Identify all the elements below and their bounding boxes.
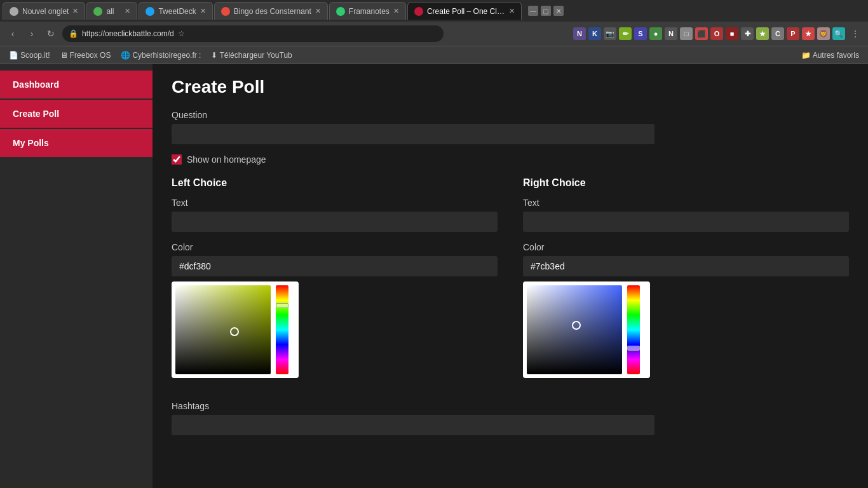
extension-icon-12[interactable]: ✚: [741, 27, 754, 40]
extension-icon-4[interactable]: ✏: [619, 27, 632, 40]
tab-5-icon: [336, 7, 345, 16]
tab-4-close[interactable]: ✕: [315, 7, 321, 15]
bookmark-others-icon: 📁: [801, 51, 811, 60]
sidebar-item-my-polls[interactable]: My Polls: [0, 129, 153, 157]
tab-2[interactable]: all ✕: [86, 2, 137, 20]
bookmark-others[interactable]: 📁 Autres favoris: [797, 50, 863, 61]
address-text: https://oneclickbattle.com/d: [82, 29, 174, 38]
sidebar-item-dashboard[interactable]: Dashboard: [0, 71, 153, 98]
address-bar[interactable]: 🔒 https://oneclickbattle.com/d ☆: [62, 25, 444, 42]
minimize-button[interactable]: —: [528, 6, 538, 16]
extension-icon-7[interactable]: N: [665, 27, 677, 40]
browser-chrome: Nouvel onglet ✕ all ✕ TweetDeck ✕ Bingo …: [0, 0, 868, 64]
right-gradient-thumb[interactable]: [572, 321, 581, 330]
bookmark-youtube[interactable]: ⬇ Téléchargeur YouTub: [207, 50, 295, 61]
bookmark-cyber-icon: 🌐: [121, 51, 130, 60]
left-color-input[interactable]: [172, 256, 498, 276]
tab-2-icon: [93, 7, 102, 16]
tab-3[interactable]: TweetDeck ✕: [139, 2, 212, 20]
right-choice-column: Right Choice Text Color: [523, 177, 849, 388]
extension-icon-16[interactable]: ★: [802, 27, 815, 40]
extension-icon-3[interactable]: 📷: [604, 27, 616, 40]
right-color-input[interactable]: [523, 256, 849, 276]
right-gradient-canvas[interactable]: [527, 285, 622, 374]
question-label: Question: [172, 110, 849, 120]
extension-icon-9[interactable]: ⬛: [695, 27, 708, 40]
window-controls: — ▢ ✕: [528, 6, 564, 16]
left-choice-column: Left Choice Text Color: [172, 177, 498, 388]
browser-icons: N K 📷 ✏ S ● N □ ⬛ O ■ ✚ ★ C P ★ 🦁 🔍 ⋮: [573, 26, 863, 41]
tab-5[interactable]: Framanotes ✕: [329, 2, 406, 20]
tab-6-title: Create Poll – One Click: [427, 7, 505, 16]
tab-1-close[interactable]: ✕: [72, 7, 78, 15]
left-text-section: Text: [172, 198, 498, 232]
choices-row: Left Choice Text Color: [172, 177, 849, 388]
hashtags-label: Hashtags: [172, 401, 849, 411]
left-color-label: Color: [172, 242, 498, 252]
question-section: Question: [172, 110, 849, 144]
bookmark-freebox-icon: 🖥: [60, 51, 68, 60]
menu-button[interactable]: ⋮: [848, 26, 863, 41]
bookmark-freebox-label: Freebox OS: [70, 51, 111, 60]
right-color-picker: [523, 281, 650, 378]
sidebar-item-create-poll[interactable]: Create Poll: [0, 100, 153, 128]
right-hue-slider[interactable]: [627, 285, 640, 374]
left-text-input[interactable]: [172, 212, 498, 232]
left-color-section: Color: [172, 242, 498, 378]
right-hue-thumb[interactable]: [627, 346, 640, 351]
sidebar-item-dashboard-label: Dashboard: [13, 79, 59, 90]
left-gradient-thumb[interactable]: [230, 327, 239, 336]
close-window-button[interactable]: ✕: [553, 6, 564, 16]
extension-icon-17[interactable]: 🦁: [817, 27, 830, 40]
hashtags-input[interactable]: [172, 415, 654, 435]
tab-1-title: Nouvel onglet: [22, 7, 69, 16]
bookmark-scoop-icon: 📄: [9, 51, 18, 60]
bookmark-cyber[interactable]: 🌐 Cyberhistoiregeo.fr :: [117, 50, 205, 61]
tab-3-close[interactable]: ✕: [200, 7, 206, 15]
refresh-button[interactable]: ↻: [43, 26, 58, 41]
tab-1-icon: [10, 7, 18, 16]
extension-icon-11[interactable]: ■: [726, 27, 738, 40]
right-color-label: Color: [523, 242, 849, 252]
tab-6-close[interactable]: ✕: [509, 7, 515, 15]
app-layout: Dashboard Create Poll My Polls Create Po…: [0, 64, 868, 488]
extension-icon-10[interactable]: O: [710, 27, 723, 40]
left-color-picker: [172, 281, 299, 378]
left-choice-title: Left Choice: [172, 177, 498, 189]
tab-4[interactable]: Bingo des Consternant ✕: [214, 2, 328, 20]
right-choice-title: Right Choice: [523, 177, 849, 189]
hashtags-section: Hashtags: [172, 401, 849, 435]
left-hue-slider[interactable]: [276, 285, 288, 374]
left-hue-thumb[interactable]: [276, 303, 288, 308]
forward-button[interactable]: ›: [24, 26, 39, 41]
extension-icon-2[interactable]: K: [588, 27, 601, 40]
right-text-label: Text: [523, 198, 849, 208]
show-on-homepage-label: Show on homepage: [187, 154, 266, 165]
right-text-section: Text: [523, 198, 849, 232]
tab-5-title: Framanotes: [349, 7, 390, 16]
tab-5-close[interactable]: ✕: [393, 7, 399, 15]
extension-icon-14[interactable]: C: [771, 27, 784, 40]
back-button[interactable]: ‹: [5, 26, 20, 41]
show-on-homepage-checkbox[interactable]: [172, 154, 182, 165]
bookmark-scoop[interactable]: 📄 Scoop.it!: [5, 50, 54, 61]
tab-4-icon: [221, 7, 230, 16]
extension-icon-5[interactable]: S: [634, 27, 647, 40]
extension-icon-1[interactable]: N: [573, 27, 586, 40]
address-bar-row: ‹ › ↻ 🔒 https://oneclickbattle.com/d ☆ N…: [0, 22, 868, 46]
maximize-button[interactable]: ▢: [541, 6, 551, 16]
right-text-input[interactable]: [523, 212, 849, 232]
bookmark-freebox[interactable]: 🖥 Freebox OS: [57, 50, 115, 61]
extension-icon-13[interactable]: ★: [756, 27, 769, 40]
extension-icon-15[interactable]: P: [787, 27, 799, 40]
extension-icon-6[interactable]: ●: [649, 27, 662, 40]
extension-icon-18[interactable]: 🔍: [832, 27, 845, 40]
lock-icon: 🔒: [69, 29, 78, 38]
tab-1[interactable]: Nouvel onglet ✕: [3, 2, 85, 20]
left-gradient-canvas[interactable]: [175, 285, 271, 374]
star-icon[interactable]: ☆: [178, 29, 185, 38]
tab-2-close[interactable]: ✕: [125, 7, 130, 15]
question-input[interactable]: [172, 124, 654, 144]
tab-6[interactable]: Create Poll – One Click ✕: [407, 2, 522, 20]
extension-icon-8[interactable]: □: [680, 27, 693, 40]
